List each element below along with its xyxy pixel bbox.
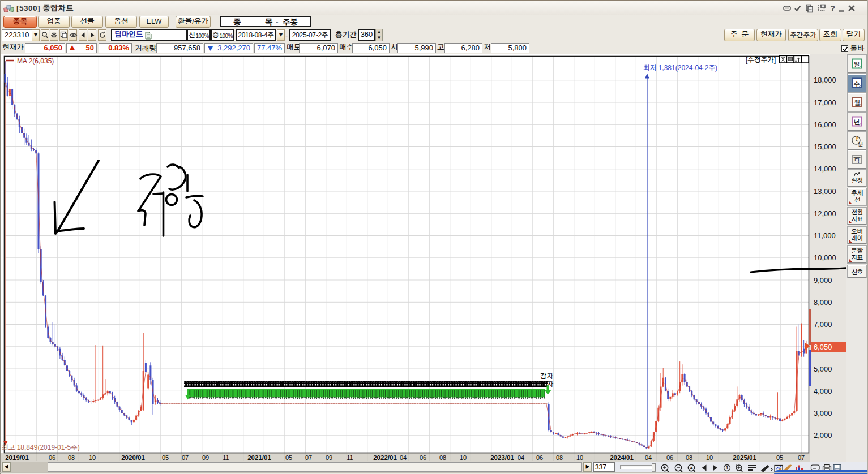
svg-text:7,000: 7,000	[814, 321, 832, 329]
svg-text:MA 2(6,035): MA 2(6,035)	[17, 58, 54, 65]
svg-text:14,000: 14,000	[814, 166, 836, 173]
svg-text:10: 10	[460, 455, 467, 461]
svg-text:11: 11	[347, 455, 353, 461]
svg-text:2,000: 2,000	[814, 432, 832, 439]
svg-text:06: 06	[49, 455, 55, 461]
svg-text:06: 06	[536, 455, 543, 461]
svg-text:2019/01: 2019/01	[5, 455, 29, 461]
svg-text:2025/01: 2025/01	[733, 455, 756, 461]
svg-text:08: 08	[439, 455, 446, 461]
svg-text:10: 10	[706, 455, 713, 461]
svg-text:13,000: 13,000	[814, 188, 836, 196]
svg-text:05: 05	[162, 455, 169, 461]
svg-text:5,000: 5,000	[814, 366, 832, 373]
svg-text:04: 04	[518, 455, 524, 461]
svg-text:6,050: 6,050	[814, 344, 832, 351]
svg-text:최고 18,849(2019-01-5주): 최고 18,849(2019-01-5주)	[2, 444, 80, 451]
svg-text:04: 04	[645, 455, 652, 461]
svg-text:2020/01: 2020/01	[121, 455, 145, 461]
svg-text:3,000: 3,000	[814, 410, 832, 417]
svg-text:09: 09	[326, 455, 332, 461]
svg-text:감자: 감자	[540, 373, 553, 380]
svg-text:10: 10	[89, 455, 96, 461]
svg-text:년: 년	[853, 119, 860, 126]
svg-text:2024/01: 2024/01	[610, 455, 634, 461]
svg-text:11,000: 11,000	[814, 232, 836, 240]
svg-text:07: 07	[305, 455, 312, 461]
svg-text:06: 06	[420, 455, 426, 461]
svg-text:12,000: 12,000	[814, 210, 836, 218]
svg-text:분: 분	[858, 142, 863, 148]
svg-text:2023/01: 2023/01	[490, 455, 514, 461]
svg-text:05: 05	[285, 455, 292, 461]
svg-text:07: 07	[798, 455, 805, 461]
svg-text:05: 05	[776, 455, 783, 461]
svg-text:08: 08	[556, 455, 563, 461]
svg-text:16,000: 16,000	[814, 122, 836, 129]
svg-text:10,000: 10,000	[814, 255, 836, 262]
svg-text:일: 일	[853, 62, 860, 68]
svg-text:주: 주	[853, 81, 860, 87]
svg-text:08: 08	[686, 455, 692, 461]
svg-text:2022/01: 2022/01	[373, 455, 397, 461]
svg-text:2021/01: 2021/01	[247, 455, 271, 461]
svg-text:18,000: 18,000	[814, 77, 836, 84]
svg-text:최저 1,381(2024-04-2주): 최저 1,381(2024-04-2주)	[643, 64, 717, 72]
svg-text:10: 10	[576, 455, 583, 461]
svg-text:08: 08	[68, 455, 75, 461]
svg-text:A: A	[690, 466, 693, 471]
svg-text:15,000: 15,000	[814, 144, 836, 151]
svg-text:월: 월	[853, 100, 860, 106]
svg-text:8,000: 8,000	[814, 299, 832, 307]
svg-text:1: 1	[726, 465, 729, 471]
svg-text:06: 06	[666, 455, 673, 461]
svg-text:[수정주가]: [수정주가]	[746, 57, 776, 64]
svg-text:4,000: 4,000	[814, 388, 832, 395]
svg-text:11: 11	[223, 455, 229, 461]
svg-text:07: 07	[182, 455, 189, 461]
svg-text:?: ?	[830, 5, 835, 13]
svg-text:09: 09	[202, 455, 209, 461]
svg-text:9,000: 9,000	[814, 277, 832, 285]
svg-text:04: 04	[400, 455, 407, 461]
svg-text:17,000: 17,000	[814, 100, 836, 107]
svg-text:틱: 틱	[854, 158, 860, 164]
